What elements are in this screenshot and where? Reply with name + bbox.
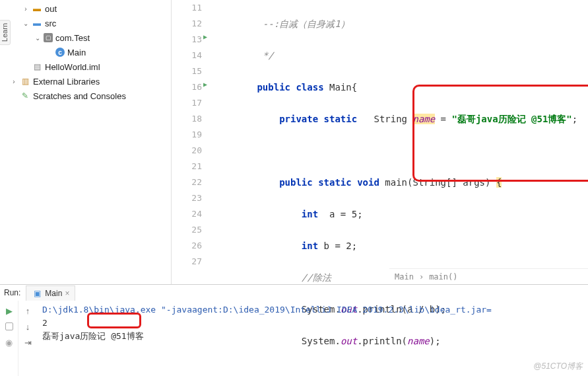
run-tab[interactable]: ▣ Main × [26,285,75,301]
tree-node-out[interactable]: ›▬out [11,1,171,16]
package-icon: ▢ [44,33,53,42]
watermark: @51CTO博客 [533,361,583,372]
wrap-button[interactable]: ⇥ [22,336,34,348]
breadcrumb-item[interactable]: Main [395,272,414,282]
chevron-down-icon: ⌄ [22,20,29,27]
breadcrumb-item[interactable]: main() [429,272,457,282]
chevron-down-icon: ⌄ [34,34,41,42]
output-line: 磊哥java历险记 @51博客 [42,330,583,343]
chevron-right-icon: › [11,78,17,85]
run-gutter-icon[interactable]: ▶ [203,33,207,40]
project-tree: Learn ›▬out ⌄▬src ⌄▢com.Test cMain ▤Hell… [0,0,172,284]
camera-button[interactable]: ◉ [3,336,15,348]
folder-icon: ▬ [32,3,42,14]
code-editor[interactable]: 1112131415161718192021222324252627 ▶ ▶ -… [172,0,588,284]
app-icon: ▣ [32,288,42,299]
highlight-box [412,85,588,182]
file-icon: ▤ [32,61,42,72]
line-gutter: 1112131415161718192021222324252627 [172,0,209,284]
highlight-box [87,313,141,328]
console-output[interactable]: D:\jdk1.8\bin\java.exe "-javaagent:D:\id… [37,301,588,376]
class-icon: c [55,48,65,57]
console-toolbar: ↑ ↓ ⇥ [18,301,37,376]
scratch-icon: ✎ [20,91,30,101]
tree-node-libraries[interactable]: ›▥External Libraries [11,74,171,89]
run-gutter-icon[interactable]: ▶ [203,81,207,88]
rerun-button[interactable]: ▶ [3,305,15,317]
stop-button[interactable] [3,320,15,332]
learn-tab[interactable]: Learn [0,20,11,45]
down-button[interactable]: ↓ [22,320,34,332]
chevron-right-icon [419,272,424,282]
folder-icon: ▬ [32,18,42,28]
tree-node-src[interactable]: ⌄▬src [11,16,171,30]
breadcrumb[interactable]: Main main() [389,268,588,284]
close-icon[interactable]: × [65,289,69,298]
run-toolbar: ▶ ◉ [0,301,18,376]
chevron-right-icon: › [22,5,29,13]
run-label: Run: [4,288,20,297]
tree-node-scratches[interactable]: ✎Scratches and Consoles [11,89,171,103]
tree-node-class[interactable]: cMain [11,45,171,59]
up-button[interactable]: ↑ [22,305,34,317]
library-icon: ▥ [20,76,30,87]
tree-node-package[interactable]: ⌄▢com.Test [11,30,171,45]
tree-node-iml[interactable]: ▤HelloWorld.iml [11,59,171,74]
